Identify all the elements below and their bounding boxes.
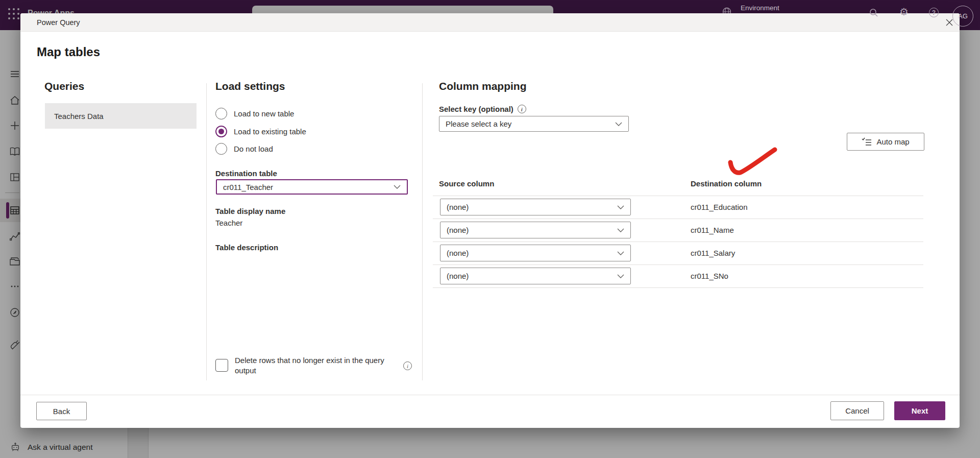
chevron-down-icon (617, 274, 624, 278)
page-title: Map tables (37, 45, 100, 59)
avatar[interactable]: AG (952, 6, 973, 27)
radio-circle-selected[interactable] (215, 126, 227, 137)
radio-load-existing-table[interactable]: Load to existing table (215, 124, 306, 138)
destination-column-header: Destination column (691, 179, 762, 188)
header-search-icon[interactable] (868, 7, 879, 18)
section-divider (422, 83, 423, 380)
footer-divider (20, 395, 960, 395)
radio-circle[interactable] (215, 108, 227, 119)
display-name-label: Table display name (215, 207, 285, 215)
table-description-label: Table description (215, 243, 278, 252)
display-name-value: Teacher (215, 219, 242, 227)
info-icon[interactable]: i (518, 105, 526, 113)
section-divider (206, 83, 207, 380)
dialog-title: Power Query (37, 13, 80, 32)
chevron-down-icon (394, 185, 401, 189)
destination-column-value-row2: cr011_Name (691, 226, 734, 234)
destination-column-value-row1: cr011_Education (691, 203, 747, 211)
column-mapping-heading: Column mapping (439, 80, 527, 92)
red-checkmark-annotation (727, 147, 778, 177)
row-divider (433, 287, 923, 288)
auto-map-button[interactable]: Auto map (847, 133, 924, 151)
row-divider (433, 196, 923, 196)
auto-map-icon (862, 137, 872, 147)
gear-icon[interactable]: ⚙ (898, 6, 910, 17)
power-query-dialog: Power Query Map tables Queries Teachers … (20, 13, 960, 428)
environment-selector[interactable]: Environment (741, 4, 779, 12)
back-button[interactable]: Back (36, 402, 87, 420)
chevron-down-icon (617, 251, 624, 255)
cancel-button[interactable]: Cancel (830, 401, 884, 420)
next-button[interactable]: Next (894, 401, 945, 420)
source-column-dropdown-row3[interactable]: (none) (440, 245, 631, 261)
query-list-item[interactable]: Teachers Data (45, 103, 197, 129)
radio-do-not-load[interactable]: Do not load (215, 141, 273, 156)
chevron-down-icon (617, 205, 624, 209)
destination-column-value-row3: cr011_Salary (691, 249, 735, 257)
source-column-dropdown-row4[interactable]: (none) (440, 268, 631, 284)
source-column-dropdown-row2[interactable]: (none) (440, 222, 631, 238)
select-key-label: Select key (optional) i (439, 105, 526, 113)
destination-column-value-row4: cr011_SNo (691, 272, 728, 280)
radio-circle[interactable] (215, 143, 227, 155)
help-icon[interactable]: ? (929, 8, 939, 17)
destination-table-label: Destination table (215, 169, 277, 178)
chevron-down-icon (615, 122, 622, 126)
screen: Power Apps Search Environment ⚙ ? AG (0, 0, 980, 458)
row-divider (433, 219, 923, 219)
destination-table-dropdown[interactable]: cr011_Teacher (216, 179, 408, 195)
info-icon[interactable]: i (403, 361, 412, 370)
row-divider (433, 242, 923, 242)
select-key-dropdown[interactable]: Please select a key (439, 116, 629, 132)
dialog-titlebar: Power Query (20, 13, 960, 32)
radio-load-new-table[interactable]: Load to new table (215, 106, 294, 120)
queries-heading: Queries (44, 80, 84, 92)
delete-rows-label: Delete rows that no longer exist in the … (235, 355, 406, 376)
load-settings-heading: Load settings (215, 80, 285, 92)
source-column-dropdown-row1[interactable]: (none) (440, 199, 631, 215)
row-divider (433, 264, 923, 265)
source-column-header: Source column (439, 179, 494, 188)
chevron-down-icon (617, 228, 624, 232)
delete-rows-checkbox[interactable] (215, 359, 228, 372)
